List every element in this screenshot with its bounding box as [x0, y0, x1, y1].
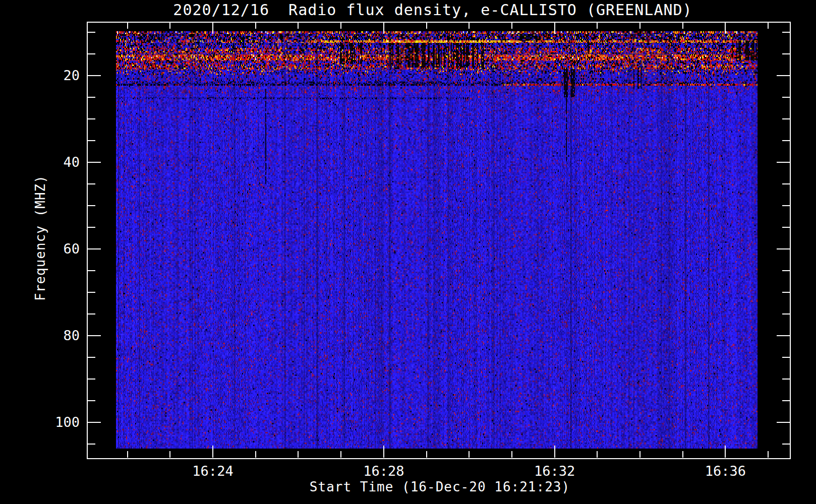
x-tick-mark — [383, 446, 384, 458]
y-tick-mark — [88, 227, 95, 228]
x-tick-mark — [469, 451, 470, 458]
x-tick-mark — [682, 23, 683, 29]
y-tick-label: 20 — [30, 68, 80, 84]
x-tick-mark — [725, 23, 726, 34]
y-tick-mark — [782, 53, 790, 54]
y-tick-mark — [88, 162, 101, 163]
y-tick-mark — [88, 422, 101, 423]
x-axis-label: Start Time (16-Dec-20 16:21:23) — [238, 479, 642, 494]
y-tick-mark — [88, 205, 95, 206]
y-axis-label: Frequency (MHZ) — [33, 175, 48, 301]
y-tick-label: 60 — [30, 241, 80, 257]
x-tick-mark — [169, 23, 170, 29]
y-tick-mark — [782, 400, 790, 401]
x-tick-mark — [426, 23, 427, 29]
y-tick-mark — [782, 292, 790, 293]
x-tick-mark — [255, 23, 256, 29]
y-tick-mark — [88, 75, 101, 76]
x-tick-mark — [554, 23, 555, 34]
x-tick-mark — [383, 23, 384, 34]
y-tick-mark — [88, 313, 95, 314]
y-tick-mark — [777, 75, 790, 76]
y-tick-mark — [88, 335, 101, 336]
y-tick-mark — [782, 313, 790, 314]
x-tick-mark — [298, 451, 299, 458]
y-tick-mark — [88, 97, 95, 98]
y-tick-label: 80 — [30, 328, 80, 344]
y-tick-mark — [777, 248, 790, 249]
y-tick-mark — [782, 444, 790, 445]
y-tick-mark — [782, 183, 790, 184]
spectrogram-image — [116, 31, 757, 449]
y-tick-mark — [88, 379, 95, 380]
x-tick-mark — [127, 23, 128, 29]
y-tick-mark — [782, 227, 790, 228]
x-tick-mark — [725, 446, 726, 458]
x-tick-mark — [639, 23, 640, 29]
y-tick-mark — [88, 32, 95, 33]
x-tick-mark — [298, 23, 299, 29]
y-tick-mark — [782, 97, 790, 98]
x-tick-mark — [255, 451, 256, 458]
x-tick-mark — [597, 23, 598, 29]
x-tick-mark — [127, 451, 128, 458]
y-tick-mark — [782, 357, 790, 358]
x-tick-mark — [554, 446, 555, 458]
y-tick-label: 100 — [30, 414, 80, 430]
y-tick-mark — [782, 140, 790, 141]
x-tick-mark — [511, 451, 512, 458]
x-tick-mark — [169, 451, 170, 458]
x-tick-mark — [469, 23, 470, 29]
y-tick-mark — [88, 183, 95, 184]
x-tick-mark — [212, 446, 213, 458]
y-tick-mark — [88, 53, 95, 54]
y-tick-mark — [782, 379, 790, 380]
y-tick-mark — [88, 292, 95, 293]
y-tick-mark — [782, 270, 790, 271]
x-tick-mark — [340, 451, 341, 458]
x-tick-mark — [511, 23, 512, 29]
y-tick-mark — [782, 32, 790, 33]
y-tick-mark — [782, 118, 790, 119]
y-tick-mark — [88, 248, 101, 249]
x-tick-label: 16:24 — [178, 464, 248, 479]
chart-title: 2020/12/16 Radio flux density, e-CALLIST… — [105, 1, 761, 19]
y-tick-mark — [88, 400, 95, 401]
y-tick-mark — [88, 140, 95, 141]
x-tick-mark — [768, 451, 769, 458]
x-tick-label: 16:28 — [348, 464, 419, 479]
y-tick-mark — [88, 444, 95, 445]
y-tick-mark — [88, 118, 95, 119]
x-tick-mark — [768, 23, 769, 29]
y-tick-label: 40 — [30, 154, 80, 170]
x-tick-mark — [682, 451, 683, 458]
y-tick-mark — [88, 270, 95, 271]
x-tick-mark — [426, 451, 427, 458]
spectrogram-figure: 2020/12/16 Radio flux density, e-CALLIST… — [0, 0, 816, 504]
y-tick-mark — [88, 357, 95, 358]
y-tick-mark — [777, 422, 790, 423]
x-tick-mark — [597, 451, 598, 458]
x-tick-label: 16:36 — [690, 464, 761, 479]
x-tick-mark — [340, 23, 341, 29]
x-tick-mark — [639, 451, 640, 458]
y-tick-mark — [782, 205, 790, 206]
x-tick-label: 16:32 — [519, 464, 590, 479]
y-tick-mark — [777, 335, 790, 336]
x-tick-mark — [212, 23, 213, 34]
y-tick-mark — [777, 162, 790, 163]
